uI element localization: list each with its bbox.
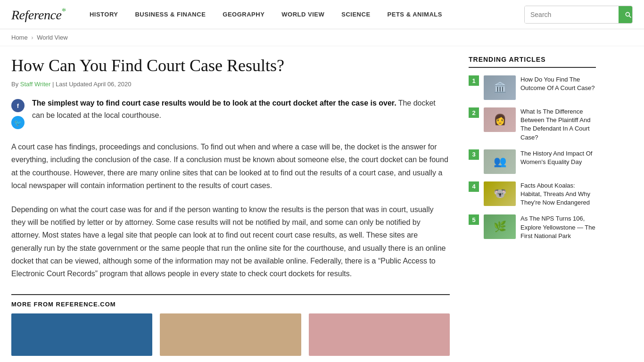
article-paragraph-1: A court case has findings, proceedings a… (11, 140, 450, 192)
trending-text[interactable]: Facts About Koalas: Habitat, Threats And… (520, 181, 596, 207)
logo-asterisk: * (61, 6, 66, 16)
search-button[interactable] (619, 6, 633, 23)
trending-item[interactable]: 2 What Is The Difference Between The Pla… (469, 107, 596, 142)
more-from-card-3[interactable] (309, 313, 450, 356)
article: How Can You Find Court Case Results? By … (11, 56, 450, 356)
facebook-share-button[interactable]: f (11, 99, 25, 112)
site-header: Reference* HISTORY BUSINESS & FINANCE GE… (0, 0, 644, 29)
trending-thumb (484, 149, 516, 174)
logo-link[interactable]: Reference* (11, 6, 66, 23)
more-from-title: MORE FROM REFERENCE.COM (11, 301, 450, 308)
trending-text[interactable]: As The NPS Turns 106, Explore Yellowston… (520, 214, 596, 240)
logo-wordmark: Reference (11, 8, 61, 22)
article-paragraph-2: Depending on what the court case was for… (11, 203, 450, 280)
article-lead-bold: The simplest way to find court case resu… (32, 99, 396, 107)
meta-separator: | (52, 81, 54, 88)
trending-list: 1 How Do You Find The Outcome Of A Court… (469, 75, 596, 240)
trending-item[interactable]: 4 Facts About Koalas: Habitat, Threats A… (469, 181, 596, 207)
main-layout: How Can You Find Court Case Results? By … (0, 56, 644, 356)
meta-updated: Last Updated April 06, 2020 (56, 81, 131, 88)
nav-item-pets-animals[interactable]: PETS & ANIMALS (379, 11, 451, 18)
breadcrumb-separator: › (31, 34, 33, 41)
meta-by: By (11, 81, 18, 88)
trending-thumb (484, 214, 516, 239)
breadcrumb-home[interactable]: Home (11, 34, 28, 41)
trending-number: 2 (469, 107, 479, 118)
nav-item-history[interactable]: HISTORY (81, 11, 127, 18)
trending-item[interactable]: 1 How Do You Find The Outcome Of A Court… (469, 75, 596, 100)
trending-text[interactable]: What Is The Difference Between The Plain… (520, 107, 596, 142)
trending-number: 4 (469, 181, 479, 192)
search-bar (524, 6, 633, 24)
search-input[interactable] (525, 6, 619, 23)
search-icon (624, 11, 632, 18)
nav-item-geography[interactable]: GEOGRAPHY (214, 11, 273, 18)
breadcrumb-section[interactable]: World View (37, 34, 67, 41)
trending-number: 5 (469, 214, 479, 225)
trending-thumb (484, 181, 516, 206)
trending-thumb (484, 75, 516, 100)
article-meta: By Staff Writer | Last Updated April 06,… (11, 81, 450, 88)
nav-item-science[interactable]: SCIENCE (333, 11, 379, 18)
meta-author: Staff Writer (20, 81, 51, 88)
trending-item[interactable]: 3 The History And Impact Of Women's Equa… (469, 149, 596, 174)
trending-number: 1 (469, 75, 479, 86)
twitter-share-button[interactable]: 🐦 (11, 116, 25, 129)
logo-text: Reference* (11, 6, 66, 23)
trending-thumb (484, 107, 516, 132)
nav-item-business-finance[interactable]: BUSINESS & FINANCE (126, 11, 214, 18)
article-title: How Can You Find Court Case Results? (11, 56, 450, 76)
sidebar: TRENDING ARTICLES 1 How Do You Find The … (469, 56, 596, 356)
trending-item[interactable]: 5 As The NPS Turns 106, Explore Yellowst… (469, 214, 596, 240)
more-from-card-1[interactable] (11, 313, 152, 356)
trending-title: TRENDING ARTICLES (469, 56, 596, 68)
main-nav: HISTORY BUSINESS & FINANCE GEOGRAPHY WOR… (81, 11, 524, 18)
trending-text[interactable]: The History And Impact Of Women's Equali… (520, 149, 596, 166)
breadcrumb: Home › World View (0, 29, 644, 46)
more-from-section: MORE FROM REFERENCE.COM (11, 294, 450, 356)
trending-number: 3 (469, 149, 479, 160)
article-intro-block: f 🐦 The simplest way to find court case … (11, 97, 450, 129)
nav-item-world-view[interactable]: WORLD VIEW (273, 11, 333, 18)
social-share: f 🐦 (11, 99, 25, 129)
more-from-grid (11, 313, 450, 356)
trending-text[interactable]: How Do You Find The Outcome Of A Court C… (520, 75, 596, 92)
more-from-card-2[interactable] (160, 313, 301, 356)
